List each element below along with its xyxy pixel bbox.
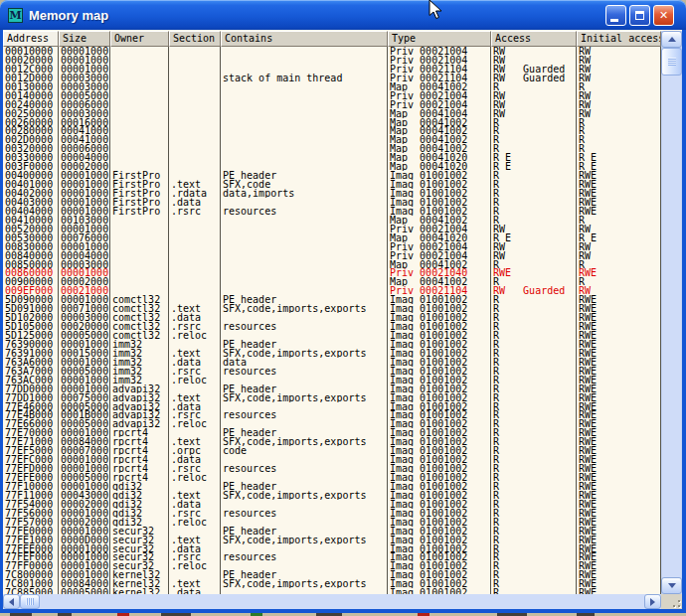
column-header-address[interactable]: Address — [3, 31, 59, 47]
table-row[interactable]: 77FEF00000001000secur32.rsrcresourcesIma… — [3, 552, 661, 561]
table-row[interactable]: 0040300000001000FirstPro.dataImag 010010… — [3, 198, 661, 207]
cell-address: 00280000 — [3, 126, 59, 135]
horizontal-scrollbar[interactable] — [3, 594, 661, 609]
table-row[interactable]: 0028000000041000Map 00041002RR — [3, 126, 661, 135]
table-row[interactable]: 77F5600000001000gdi32.rsrcresourcesImag … — [3, 509, 661, 518]
scroll-down-button[interactable] — [661, 577, 682, 594]
table-row[interactable]: 5D09100000071000comctl32.textSFX,code,im… — [3, 304, 661, 313]
table-row[interactable]: 0033000000004000Map 00041020R ER E — [3, 153, 661, 162]
table-row[interactable]: 0013000000003000Map 00041002RR — [3, 82, 661, 91]
cell-owner: advapi32 — [110, 385, 169, 393]
cell-type: Imag 01001002 — [388, 410, 491, 419]
table-row[interactable]: 0040000000001000FirstProPE headerImag 01… — [3, 171, 661, 180]
cell-size: 00003000 — [59, 74, 110, 82]
table-row[interactable]: 77FF000000001000secur32.relocImag 010010… — [3, 561, 661, 570]
memory-table: 0001000000001000Priv 00021004RWRW0002000… — [3, 47, 661, 609]
table-row[interactable]: 0002000000001000Priv 00021004RWRW — [3, 56, 661, 65]
table-row[interactable]: 77F1000000001000gdi32PE headerImag 01001… — [3, 482, 661, 491]
cell-size: 0000D000 — [59, 536, 110, 544]
vertical-scrollbar[interactable] — [661, 31, 682, 594]
table-row[interactable]: 7639000000001000imm32PE headerImag 01001… — [3, 340, 661, 349]
table-row[interactable]: 009EF00000021000Priv 00021104RW GuardedR… — [3, 286, 661, 295]
table-row[interactable]: 0032000000006000Map 00041002RR — [3, 144, 661, 153]
table-row[interactable]: 77F5400000002000gdi32.dataImag 01001002R… — [3, 500, 661, 509]
table-row[interactable]: 77F1100000043000gdi32.textSFX,code,impor… — [3, 491, 661, 500]
table-row[interactable]: 77DD000000001000advapi32PE headerImag 01… — [3, 385, 661, 393]
table-row[interactable]: 0001000000001000Priv 00021004RWRW — [3, 47, 661, 56]
maximize-button[interactable] — [629, 5, 650, 26]
table-row[interactable]: 77FE000000001000secur32PE headerImag 010… — [3, 527, 661, 536]
cell-address: 77E71000 — [3, 437, 59, 446]
cell-initial: RWE — [577, 171, 661, 180]
table-row[interactable]: 77EFE00000005000rpcrt4.relocImag 0100100… — [3, 473, 661, 482]
table-row[interactable]: 0024000000006000Priv 00021004RWRW — [3, 100, 661, 109]
cell-access: R — [491, 171, 577, 180]
table-row[interactable]: 5D10200000003000comctl32.dataImag 010010… — [3, 313, 661, 322]
cell-section — [169, 527, 221, 536]
table-row[interactable]: 77F5700000002000gdi32.relocImag 01001002… — [3, 518, 661, 527]
table-row[interactable]: 77E4600000005000advapi32.dataImag 010010… — [3, 402, 661, 411]
horizontal-scroll-thumb[interactable] — [20, 594, 40, 609]
table-row[interactable]: 0026000000016000Map 00041002RR — [3, 118, 661, 127]
table-row[interactable]: 0083000000001000Priv 00021004RWRW — [3, 242, 661, 251]
column-header-type[interactable]: Type — [388, 31, 491, 47]
column-header-section[interactable]: Section — [169, 31, 221, 47]
table-row[interactable]: 77E4B0000001B000advapi32.rsrcresourcesIm… — [3, 410, 661, 419]
cell-owner: comctl32 — [110, 313, 169, 322]
table-row[interactable]: 763A700000005000imm32.rsrcresourcesImag … — [3, 367, 661, 376]
titlebar[interactable]: M Memory map ✕ — [0, 0, 686, 30]
table-row[interactable]: 77FEE00000001000secur32.dataImag 0100100… — [3, 544, 661, 553]
table-row[interactable]: 003F000000002000Map 00041020R ER E — [3, 162, 661, 171]
column-header-initial[interactable]: Initial access — [577, 31, 661, 47]
column-header-size[interactable]: Size — [59, 31, 110, 47]
table-row[interactable]: 7C80000000001000kernel32PE headerImag 01… — [3, 570, 661, 579]
table-row[interactable]: 77EFC00000001000rpcrt4.dataImag 01001002… — [3, 455, 661, 464]
resize-grip[interactable] — [661, 594, 682, 609]
table-row[interactable]: 0052000000001000Priv 00021004RWRW — [3, 225, 661, 233]
cell-initial: RWE — [577, 358, 661, 367]
vertical-scroll-thumb[interactable] — [661, 48, 682, 76]
scroll-right-button[interactable] — [644, 594, 661, 609]
cell-size: 00076000 — [59, 233, 110, 242]
table-row[interactable]: 0085000000003000Map 00041002RR — [3, 260, 661, 269]
cell-owner: imm32 — [110, 340, 169, 349]
table-row[interactable]: 0040100000001000FirstPro.textSFX,codeIma… — [3, 180, 661, 189]
cell-owner — [110, 225, 169, 233]
table-row[interactable]: 763AC00000001000imm32.relocImag 01001002… — [3, 376, 661, 385]
table-row[interactable]: 0012C00000001000Priv 00021104RW GuardedR… — [3, 65, 661, 74]
minimize-button[interactable] — [605, 5, 626, 26]
close-button[interactable]: ✕ — [653, 5, 674, 26]
table-row[interactable]: 5D12500000005000comctl32.relocImag 01001… — [3, 331, 661, 340]
table-row[interactable]: 5D10500000020000comctl32.rsrcresourcesIm… — [3, 322, 661, 331]
column-header-contains[interactable]: Contains — [221, 31, 388, 47]
table-row[interactable]: 002D000000041000Map 00041002RR — [3, 135, 661, 144]
table-row[interactable]: 0041000000103000Map 00041002RR — [3, 216, 661, 225]
table-row[interactable]: 77E7000000001000rpcrt4PE headerImag 0100… — [3, 428, 661, 437]
table-row[interactable]: 0014000000005000Priv 00021004RWRW — [3, 91, 661, 100]
table-row[interactable]: 0086000000001000Priv 00021040RWERWE — [3, 268, 661, 277]
table-row[interactable]: 0012D00000003000stack of main threadPriv… — [3, 74, 661, 82]
cell-contains — [221, 109, 388, 118]
table-row[interactable]: 77E7100000084000rpcrt4.textSFX,code,impo… — [3, 437, 661, 446]
table-row[interactable]: 0084000000004000Priv 00021004RWRW — [3, 251, 661, 260]
table-row[interactable]: 77E6600000005000advapi32.relocImag 01001… — [3, 419, 661, 428]
table-row[interactable]: 77EF500000007000rpcrt4.orpccodeImag 0100… — [3, 446, 661, 455]
table-row[interactable]: 77DD100000075000advapi32.textSFX,code,im… — [3, 393, 661, 402]
column-header-owner[interactable]: Owner — [110, 31, 169, 47]
table-row[interactable]: 763A600000001000imm32.datadataImag 01001… — [3, 358, 661, 367]
table-row[interactable]: 7C80100000084000kernel32.textSFX,code,im… — [3, 579, 661, 588]
table-row[interactable]: 77EFD00000001000rpcrt4.rsrcresourcesImag… — [3, 464, 661, 473]
table-row[interactable]: 5D09000000001000comctl32PE headerImag 01… — [3, 295, 661, 304]
table-row[interactable]: 77FE10000000D000secur32.textSFX,code,imp… — [3, 536, 661, 544]
table-row[interactable]: 0053000000076000Map 00041020R ER E — [3, 233, 661, 242]
table-row[interactable]: 0090000000002000Map 00041002RR — [3, 277, 661, 286]
table-row[interactable]: 7639100000015000imm32.textSFX,code,impor… — [3, 349, 661, 358]
table-row[interactable]: 0040200000001000FirstPro.rdatadata,impor… — [3, 189, 661, 198]
scroll-up-button[interactable] — [661, 31, 682, 48]
table-row[interactable]: 0025000000003000Map 00041004RWRW — [3, 109, 661, 118]
table-row[interactable]: 0040400000001000FirstPro.rsrcresourcesIm… — [3, 207, 661, 216]
cell-contains: SFX,code,imports,exports — [221, 579, 388, 588]
scroll-left-button[interactable] — [3, 594, 20, 609]
cell-access: R — [491, 189, 577, 198]
column-header-access[interactable]: Access — [491, 31, 577, 47]
